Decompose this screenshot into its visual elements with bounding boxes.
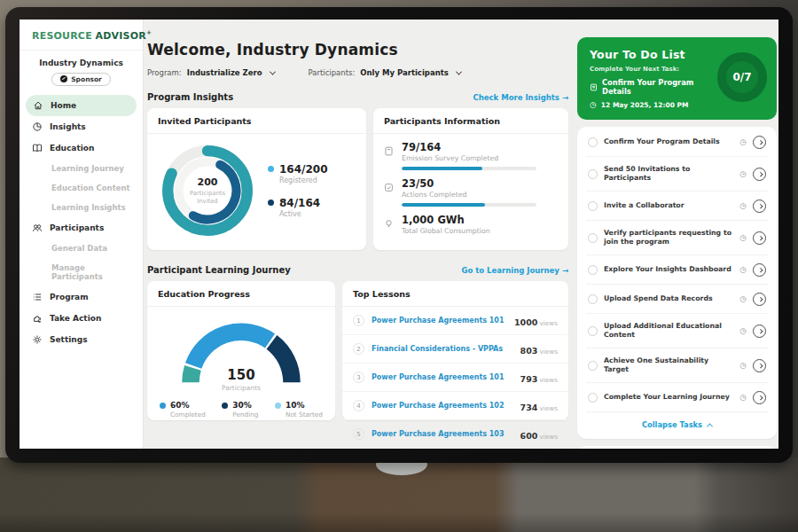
stat-row-actions: 23/50 Actions Completed [373,170,568,207]
lesson-row[interactable]: 4 Power Purchase Agreements 102 734views [342,392,568,420]
go-arrow-button[interactable] [753,391,766,404]
chevron-right-icon [757,395,763,401]
sidebar-item-home[interactable]: Home [26,95,137,116]
chevron-right-icon [757,236,763,241]
todo-item[interactable]: Confirm Your Program Details ◷ [586,128,768,157]
sidebar-item-education-content[interactable]: Education Content [20,178,143,198]
go-to-learning-journey-link[interactable]: Go to Learning Journey → [461,266,568,275]
todo-item[interactable]: Verify participants requesting to join t… [586,221,768,255]
sidebar-item-learning-insights[interactable]: Learning Insights [20,198,143,217]
todo-item[interactable]: Send 50 Invitations to Participants ◷ [586,157,768,192]
chevron-up-icon [707,423,713,429]
todo-item-label: Invite a Collaborator [604,201,733,211]
radio-circle-icon[interactable] [588,265,598,275]
sidebar-item-label: Education [50,144,94,153]
survey-value: 79/164 [402,141,536,153]
clock-icon: ◷ [739,202,747,210]
legend-item-pending: 30% Pending [222,401,258,419]
education-gauge-chart: 150 Participants [175,316,308,392]
views-label: views [539,348,558,356]
lesson-row[interactable]: 2 Financial Considerations - VPPAs 803vi… [342,335,568,364]
sidebar-item-settings[interactable]: Settings [20,329,143,350]
participants-information-card: Participants Information 79/164 Emission… [373,108,568,250]
clock-icon: ◷ [739,266,747,274]
sidebar-item-learning-journey[interactable]: Learning Journey [20,159,143,178]
chevron-right-icon [757,204,763,209]
sidebar-item-program[interactable]: Program [20,286,143,308]
todo-item[interactable]: Explore Your Insights Dashboard ◷ [586,255,768,285]
sponsor-badge[interactable]: Sponsor [51,73,111,86]
lesson-link[interactable]: Power Purchase Agreements 102 [372,402,513,410]
survey-label: Emission Survey Completed [402,154,536,162]
todo-item[interactable]: Invite a Collaborator ◷ [586,192,768,221]
todo-list-card: Confirm Your Program Details ◷ Send 50 I… [577,127,777,439]
legend-item-completed: 60% Completed [160,401,206,419]
completed-label: Completed [170,411,206,419]
clock-icon: ◷ [590,101,597,109]
participants-filter-value[interactable]: Only My Participants [360,68,449,77]
go-arrow-button[interactable] [753,293,766,306]
check-more-insights-link[interactable]: Check More Insights → [473,93,568,102]
chevron-down-icon[interactable] [456,68,462,74]
section-title: Participant Learning Journey [147,265,291,275]
sidebar-item-insights[interactable]: Insights [20,116,143,137]
todo-item[interactable]: Complete Your Learning Journey ◷ [586,383,768,412]
radio-circle-icon[interactable] [588,169,598,179]
stat-row-consumption: 1,000 GWh Total Global Consumption [373,207,568,235]
todo-item-label: Explore Your Insights Dashboard [604,265,733,275]
collapse-tasks-link[interactable]: Collapse Tasks [586,412,768,438]
views-count: 734 [520,403,538,412]
todo-item[interactable]: Upload Spend Data Records ◷ [586,285,768,314]
completed-dot-icon [160,403,166,409]
todo-next-task[interactable]: Confirm Your Program Details [590,78,723,96]
go-arrow-button[interactable] [753,200,766,213]
sidebar-item-label: Participants [50,223,104,232]
sidebar-nav: Home Insights Education Learning Journey… [20,95,143,350]
todo-item-label: Upload Additional Educational Content [604,322,733,340]
sidebar-item-take-action[interactable]: Take Action [20,308,143,329]
sidebar-item-manage-participants[interactable]: Manage Participants [20,258,143,286]
sidebar-item-general-data[interactable]: General Data [20,239,143,258]
lesson-row[interactable]: 3 Power Purchase Agreements 101 793views [342,364,568,392]
sidebar-item-education[interactable]: Education [20,137,143,159]
program-filter-value[interactable]: Industrialize Zero [187,68,262,77]
todo-item-label: Complete Your Learning Journey [604,393,733,403]
lesson-link[interactable]: Power Purchase Agreements 101 [372,317,507,325]
active-dot-icon [268,200,274,206]
sidebar-item-participants[interactable]: Participants [20,217,143,239]
clock-icon: ◷ [739,327,747,335]
top-lessons-card: Top Lessons 1 Power Purchase Agreements … [342,281,568,420]
clock-icon: ◷ [739,394,747,402]
card-title: Top Lessons [342,281,568,307]
go-arrow-button[interactable] [753,136,766,149]
radio-circle-icon[interactable] [588,294,598,304]
lesson-link[interactable]: Power Purchase Agreements 101 [372,373,513,381]
views-count: 793 [520,374,538,384]
lesson-row[interactable]: 5 Power Purchase Agreements 103 600views [342,420,568,448]
chevron-down-icon[interactable] [269,68,275,74]
go-arrow-button[interactable] [753,263,766,277]
views-count: 1000 [514,317,537,327]
go-arrow-button[interactable] [753,325,766,338]
insights-pie-icon [32,121,43,132]
go-arrow-button[interactable] [753,359,766,372]
puzzle-icon [32,313,43,324]
todo-item[interactable]: Achieve One Sustainability Target ◷ [586,348,768,383]
radio-circle-icon[interactable] [588,326,598,336]
legend-item-registered: 164/200 Registered [268,163,327,184]
radio-circle-icon[interactable] [588,233,598,243]
lesson-link[interactable]: Power Purchase Agreements 103 [372,430,513,438]
go-arrow-button[interactable] [753,168,766,181]
lesson-row[interactable]: 1 Power Purchase Agreements 101 1000view… [342,307,568,335]
radio-circle-icon[interactable] [588,137,598,147]
registered-label: Registered [279,176,327,184]
radio-circle-icon[interactable] [588,201,598,211]
todo-item[interactable]: Upload Additional Educational Content ◷ [586,314,768,348]
radio-circle-icon[interactable] [588,393,598,403]
go-arrow-button[interactable] [753,231,766,245]
radio-circle-icon[interactable] [588,361,598,371]
participants-icon [32,223,43,233]
donut-center-label: ParticipantsInvited [190,190,225,205]
lesson-link[interactable]: Financial Considerations - VPPAs [372,345,513,353]
page-title: Welcome, Industry Dynamics [147,41,568,59]
